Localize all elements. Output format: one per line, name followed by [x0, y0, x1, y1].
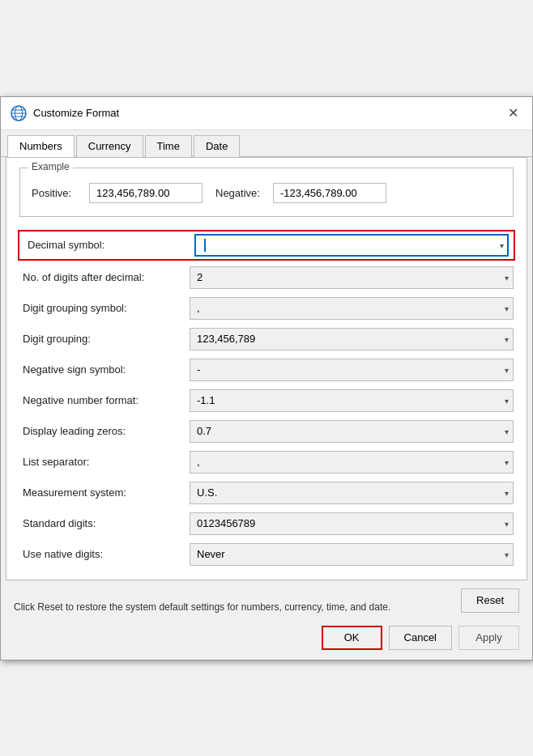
dialog-window: Customize Format ✕ Numbers Currency Time… [0, 96, 533, 660]
title-bar: Customize Format ✕ [1, 97, 532, 130]
decimal-symbol-label: Decimal symbol: [24, 239, 194, 251]
close-button[interactable]: ✕ [503, 104, 522, 123]
form-row-digits-after-decimal: No. of digits after decimal: 2 ▾ [19, 262, 514, 293]
footer-buttons: OK Cancel Apply [1, 619, 532, 660]
form-rows: Decimal symbol: ▾ No. of digits after de… [19, 228, 514, 570]
negative-number-format-select[interactable]: -1.1 [190, 389, 514, 412]
native-digits-select[interactable]: Never [190, 543, 514, 566]
list-separator-select[interactable]: , [190, 451, 514, 474]
form-row-measurement-system: Measurement system: U.S. ▾ [19, 478, 514, 508]
apply-button[interactable]: Apply [458, 626, 519, 650]
tab-time[interactable]: Time [145, 135, 192, 157]
decimal-symbol-control: ▾ [194, 234, 509, 257]
form-row-digit-grouping: Digit grouping: 123,456,789 ▾ [19, 324, 514, 355]
tab-currency[interactable]: Currency [76, 135, 143, 157]
ok-button[interactable]: OK [322, 626, 382, 650]
tab-date[interactable]: Date [194, 135, 240, 157]
reset-button[interactable]: Reset [461, 588, 519, 613]
standard-digits-label: Standard digits: [19, 517, 190, 529]
negative-label: Negative: [215, 187, 260, 199]
example-group: Example Positive: 123,456,789.00 Negativ… [19, 168, 514, 217]
decimal-symbol-input[interactable] [194, 234, 509, 257]
form-row-digit-grouping-symbol: Digit grouping symbol: , ▾ [19, 293, 514, 324]
list-separator-label: List separator: [19, 456, 190, 468]
negative-sign-select[interactable]: - [190, 359, 514, 381]
form-row-leading-zeros: Display leading zeros: 0.7 ▾ [19, 416, 514, 447]
dialog-title: Customize Format [33, 107, 119, 119]
positive-label: Positive: [32, 187, 76, 199]
tab-bar: Numbers Currency Time Date [1, 130, 532, 157]
example-row: Positive: 123,456,789.00 Negative: -123,… [32, 183, 501, 203]
reset-description: Click Reset to restore the system defaul… [14, 601, 448, 613]
standard-digits-select[interactable]: 0123456789 [190, 512, 514, 535]
cancel-button[interactable]: Cancel [389, 626, 452, 650]
digit-grouping-select[interactable]: 123,456,789 [190, 328, 514, 350]
negative-number-format-label: Negative number format: [19, 394, 190, 406]
positive-value: 123,456,789.00 [89, 183, 203, 203]
app-icon [11, 105, 27, 121]
main-content: Example Positive: 123,456,789.00 Negativ… [6, 157, 527, 580]
tab-numbers[interactable]: Numbers [7, 135, 75, 157]
example-legend: Example [28, 161, 73, 172]
form-row-standard-digits: Standard digits: 0123456789 ▾ [19, 508, 514, 539]
negative-value: -123,456,789.00 [273, 183, 386, 203]
measurement-system-label: Measurement system: [19, 486, 190, 499]
digit-grouping-label: Digit grouping: [19, 333, 190, 345]
text-cursor [204, 239, 206, 252]
digits-after-decimal-select[interactable]: 2 [190, 266, 514, 289]
leading-zeros-label: Display leading zeros: [19, 425, 190, 437]
form-row-negative-number-format: Negative number format: -1.1 ▾ [19, 385, 514, 416]
measurement-system-select[interactable]: U.S. [190, 482, 514, 504]
digit-grouping-symbol-select[interactable]: , [190, 297, 514, 320]
reset-area: Click Reset to restore the system defaul… [1, 580, 532, 619]
negative-sign-label: Negative sign symbol: [19, 363, 190, 376]
digits-after-decimal-label: No. of digits after decimal: [19, 271, 190, 283]
digit-grouping-symbol-label: Digit grouping symbol: [19, 302, 190, 314]
native-digits-label: Use native digits: [19, 548, 190, 560]
form-row-negative-sign: Negative sign symbol: - ▾ [19, 355, 514, 385]
form-row-list-separator: List separator: , ▾ [19, 447, 514, 478]
leading-zeros-select[interactable]: 0.7 [190, 420, 514, 443]
form-row-decimal-symbol: Decimal symbol: ▾ [18, 230, 515, 261]
form-row-native-digits: Use native digits: Never ▾ [19, 539, 514, 570]
